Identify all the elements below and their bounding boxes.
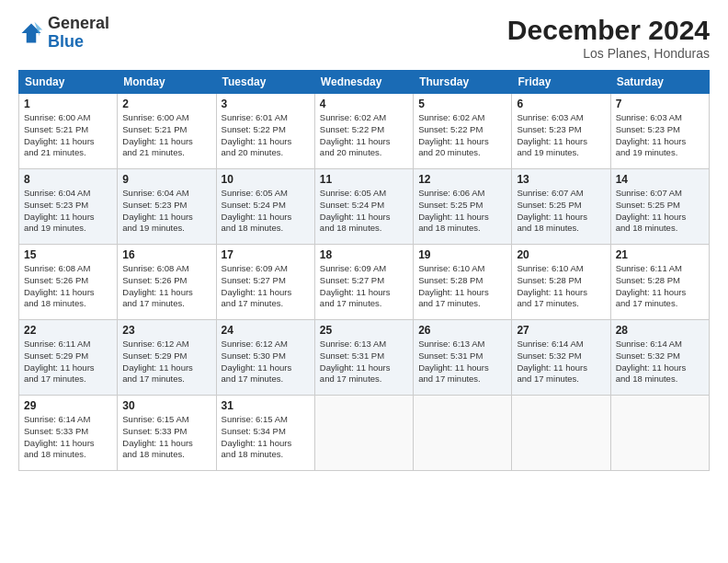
- day-info: Sunrise: 6:15 AM Sunset: 5:34 PM Dayligh…: [222, 414, 310, 461]
- calendar-cell: 23Sunrise: 6:12 AM Sunset: 5:29 PM Dayli…: [118, 320, 216, 396]
- day-number: 20: [517, 248, 605, 261]
- day-number: 4: [320, 98, 408, 110]
- day-info: Sunrise: 6:12 AM Sunset: 5:29 PM Dayligh…: [122, 339, 210, 385]
- calendar-cell: 28Sunrise: 6:14 AM Sunset: 5:32 PM Dayli…: [610, 320, 709, 396]
- day-info: Sunrise: 6:09 AM Sunset: 5:27 PM Dayligh…: [320, 263, 408, 310]
- calendar-cell: 20Sunrise: 6:10 AM Sunset: 5:28 PM Dayli…: [512, 245, 610, 320]
- calendar-cell: 17Sunrise: 6:09 AM Sunset: 5:27 PM Dayli…: [216, 245, 314, 320]
- calendar-cell: 14Sunrise: 6:07 AM Sunset: 5:25 PM Dayli…: [610, 169, 709, 245]
- day-info: Sunrise: 6:15 AM Sunset: 5:33 PM Dayligh…: [122, 414, 210, 461]
- day-number: 24: [222, 324, 310, 337]
- day-info: Sunrise: 6:04 AM Sunset: 5:23 PM Dayligh…: [24, 188, 112, 235]
- calendar-cell: 2Sunrise: 6:00 AM Sunset: 5:21 PM Daylig…: [118, 94, 216, 169]
- header: General Blue December 2024 Los Planes, H…: [18, 15, 710, 61]
- day-info: Sunrise: 6:13 AM Sunset: 5:31 PM Dayligh…: [418, 339, 506, 385]
- calendar-week-5: 29Sunrise: 6:14 AM Sunset: 5:33 PM Dayli…: [19, 396, 710, 471]
- day-number: 29: [24, 399, 112, 412]
- day-number: 15: [24, 248, 112, 261]
- calendar-week-4: 22Sunrise: 6:11 AM Sunset: 5:29 PM Dayli…: [19, 320, 710, 396]
- calendar-cell: 4Sunrise: 6:02 AM Sunset: 5:22 PM Daylig…: [314, 94, 413, 169]
- calendar-cell: [512, 396, 610, 471]
- day-number: 18: [320, 248, 408, 261]
- col-thursday: Thursday: [414, 71, 512, 94]
- logo-blue: Blue: [48, 32, 84, 51]
- calendar-cell: 21Sunrise: 6:11 AM Sunset: 5:28 PM Dayli…: [610, 245, 709, 320]
- calendar-cell: [414, 396, 512, 471]
- col-saturday: Saturday: [610, 71, 709, 94]
- calendar-cell: 5Sunrise: 6:02 AM Sunset: 5:22 PM Daylig…: [414, 94, 512, 169]
- calendar-cell: 1Sunrise: 6:00 AM Sunset: 5:21 PM Daylig…: [19, 94, 118, 169]
- day-number: 6: [517, 98, 605, 110]
- calendar-cell: 24Sunrise: 6:12 AM Sunset: 5:30 PM Dayli…: [216, 320, 314, 396]
- calendar-cell: 13Sunrise: 6:07 AM Sunset: 5:25 PM Dayli…: [512, 169, 610, 245]
- day-info: Sunrise: 6:11 AM Sunset: 5:29 PM Dayligh…: [24, 339, 112, 385]
- day-info: Sunrise: 6:06 AM Sunset: 5:25 PM Dayligh…: [418, 188, 506, 235]
- day-info: Sunrise: 6:12 AM Sunset: 5:30 PM Dayligh…: [222, 339, 310, 385]
- day-info: Sunrise: 6:03 AM Sunset: 5:23 PM Dayligh…: [517, 112, 605, 159]
- calendar-header-row: Sunday Monday Tuesday Wednesday Thursday…: [19, 71, 710, 94]
- day-info: Sunrise: 6:07 AM Sunset: 5:25 PM Dayligh…: [517, 188, 605, 235]
- calendar-cell: 3Sunrise: 6:01 AM Sunset: 5:22 PM Daylig…: [216, 94, 314, 169]
- calendar-cell: 6Sunrise: 6:03 AM Sunset: 5:23 PM Daylig…: [512, 94, 610, 169]
- day-number: 8: [24, 173, 112, 186]
- day-info: Sunrise: 6:02 AM Sunset: 5:22 PM Dayligh…: [418, 112, 506, 159]
- day-info: Sunrise: 6:00 AM Sunset: 5:21 PM Dayligh…: [24, 112, 112, 159]
- day-number: 11: [320, 173, 408, 186]
- day-info: Sunrise: 6:08 AM Sunset: 5:26 PM Dayligh…: [122, 263, 210, 310]
- day-number: 9: [122, 173, 210, 186]
- day-info: Sunrise: 6:10 AM Sunset: 5:28 PM Dayligh…: [517, 263, 605, 310]
- day-number: 22: [24, 324, 112, 337]
- calendar-cell: 25Sunrise: 6:13 AM Sunset: 5:31 PM Dayli…: [314, 320, 413, 396]
- calendar-cell: 18Sunrise: 6:09 AM Sunset: 5:27 PM Dayli…: [314, 245, 413, 320]
- calendar-cell: [610, 396, 709, 471]
- calendar-cell: 16Sunrise: 6:08 AM Sunset: 5:26 PM Dayli…: [118, 245, 216, 320]
- day-info: Sunrise: 6:05 AM Sunset: 5:24 PM Dayligh…: [222, 188, 310, 235]
- day-number: 12: [418, 173, 506, 186]
- day-info: Sunrise: 6:00 AM Sunset: 5:21 PM Dayligh…: [122, 112, 210, 159]
- day-info: Sunrise: 6:02 AM Sunset: 5:22 PM Dayligh…: [320, 112, 408, 159]
- calendar-cell: 22Sunrise: 6:11 AM Sunset: 5:29 PM Dayli…: [19, 320, 118, 396]
- calendar-cell: [314, 396, 413, 471]
- month-title: December 2024: [507, 15, 710, 46]
- col-tuesday: Tuesday: [216, 71, 314, 94]
- day-number: 27: [517, 324, 605, 337]
- day-number: 17: [222, 248, 310, 261]
- calendar-cell: 9Sunrise: 6:04 AM Sunset: 5:23 PM Daylig…: [118, 169, 216, 245]
- day-number: 1: [24, 98, 112, 110]
- logo: General Blue: [18, 15, 109, 52]
- calendar-week-3: 15Sunrise: 6:08 AM Sunset: 5:26 PM Dayli…: [19, 245, 710, 320]
- col-sunday: Sunday: [19, 71, 118, 94]
- calendar-cell: 31Sunrise: 6:15 AM Sunset: 5:34 PM Dayli…: [216, 396, 314, 471]
- day-number: 28: [616, 324, 704, 337]
- location: Los Planes, Honduras: [507, 46, 710, 61]
- day-info: Sunrise: 6:13 AM Sunset: 5:31 PM Dayligh…: [320, 339, 408, 385]
- col-monday: Monday: [118, 71, 216, 94]
- day-number: 7: [616, 98, 704, 110]
- logo-text: General Blue: [48, 15, 109, 52]
- calendar-cell: 8Sunrise: 6:04 AM Sunset: 5:23 PM Daylig…: [19, 169, 118, 245]
- day-number: 13: [517, 173, 605, 186]
- day-info: Sunrise: 6:01 AM Sunset: 5:22 PM Dayligh…: [222, 112, 310, 159]
- logo-general: General: [48, 14, 109, 32]
- calendar-cell: 15Sunrise: 6:08 AM Sunset: 5:26 PM Dayli…: [19, 245, 118, 320]
- calendar-cell: 12Sunrise: 6:06 AM Sunset: 5:25 PM Dayli…: [414, 169, 512, 245]
- day-info: Sunrise: 6:04 AM Sunset: 5:23 PM Dayligh…: [122, 188, 210, 235]
- day-info: Sunrise: 6:08 AM Sunset: 5:26 PM Dayligh…: [24, 263, 112, 310]
- day-number: 25: [320, 324, 408, 337]
- day-number: 30: [122, 399, 210, 412]
- day-info: Sunrise: 6:14 AM Sunset: 5:32 PM Dayligh…: [616, 339, 704, 385]
- page: General Blue December 2024 Los Planes, H…: [0, 0, 728, 563]
- day-info: Sunrise: 6:03 AM Sunset: 5:23 PM Dayligh…: [616, 112, 704, 159]
- calendar-cell: 30Sunrise: 6:15 AM Sunset: 5:33 PM Dayli…: [118, 396, 216, 471]
- calendar-cell: 10Sunrise: 6:05 AM Sunset: 5:24 PM Dayli…: [216, 169, 314, 245]
- day-number: 3: [222, 98, 310, 110]
- calendar-cell: 19Sunrise: 6:10 AM Sunset: 5:28 PM Dayli…: [414, 245, 512, 320]
- day-number: 5: [418, 98, 506, 110]
- day-info: Sunrise: 6:14 AM Sunset: 5:33 PM Dayligh…: [24, 414, 112, 461]
- col-wednesday: Wednesday: [314, 71, 413, 94]
- col-friday: Friday: [512, 71, 610, 94]
- calendar-cell: 27Sunrise: 6:14 AM Sunset: 5:32 PM Dayli…: [512, 320, 610, 396]
- day-info: Sunrise: 6:09 AM Sunset: 5:27 PM Dayligh…: [222, 263, 310, 310]
- calendar-cell: 7Sunrise: 6:03 AM Sunset: 5:23 PM Daylig…: [610, 94, 709, 169]
- day-number: 23: [122, 324, 210, 337]
